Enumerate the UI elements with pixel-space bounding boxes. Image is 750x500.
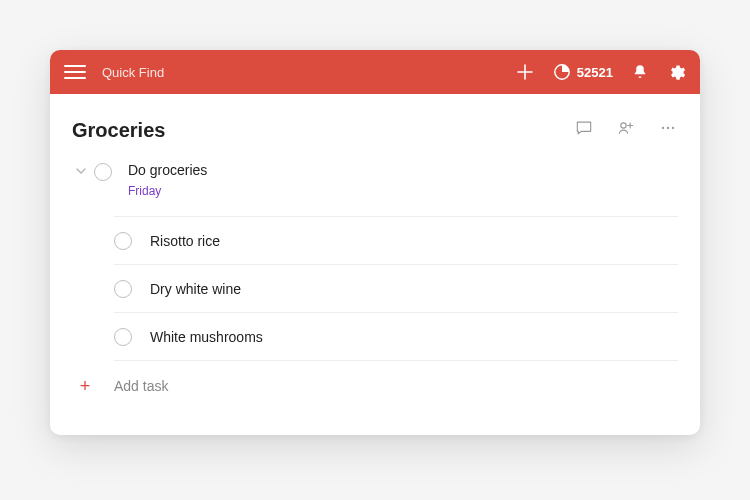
subtask-row[interactable]: Risotto rice [114, 216, 678, 264]
svg-point-2 [662, 127, 664, 129]
subtask-title: White mushrooms [150, 329, 263, 345]
karma-button[interactable]: 52521 [553, 63, 613, 81]
subtask-title: Risotto rice [150, 233, 220, 249]
task-row-parent[interactable]: Do groceries Friday [72, 156, 678, 206]
project-title: Groceries [72, 119, 165, 142]
menu-icon[interactable] [64, 61, 86, 83]
topbar-actions: 52521 [515, 62, 686, 82]
karma-count: 52521 [577, 65, 613, 80]
notifications-icon[interactable] [631, 63, 649, 81]
subtask-title: Dry white wine [150, 281, 241, 297]
topbar: Quick Find 52521 [50, 50, 700, 94]
add-task-label: Add task [114, 378, 168, 394]
share-icon[interactable] [616, 118, 636, 142]
subtask-list: Risotto rice Dry white wine White mushro… [114, 216, 678, 361]
task-title: Do groceries [128, 162, 678, 178]
subtask-row[interactable]: Dry white wine [114, 264, 678, 312]
project-actions [574, 118, 678, 142]
more-icon[interactable] [658, 118, 678, 142]
task-due-date: Friday [128, 184, 678, 198]
quick-find-input[interactable]: Quick Find [102, 65, 164, 80]
project-header: Groceries [72, 118, 678, 142]
svg-point-4 [672, 127, 674, 129]
plus-icon: + [76, 377, 94, 395]
chevron-down-icon[interactable] [72, 165, 90, 177]
task-checkbox[interactable] [114, 280, 132, 298]
comments-icon[interactable] [574, 118, 594, 142]
svg-point-1 [621, 123, 626, 128]
task-checkbox[interactable] [114, 232, 132, 250]
karma-icon [553, 63, 571, 81]
add-task-icon[interactable] [515, 62, 535, 82]
subtask-row[interactable]: White mushrooms [114, 312, 678, 361]
task-checkbox[interactable] [114, 328, 132, 346]
task-checkbox[interactable] [94, 163, 112, 181]
add-task-button[interactable]: + Add task [76, 377, 678, 395]
svg-point-3 [667, 127, 669, 129]
settings-icon[interactable] [667, 63, 686, 82]
app-window: Quick Find 52521 Groceries [50, 50, 700, 435]
content: Groceries Do groceries Friday [50, 94, 700, 409]
